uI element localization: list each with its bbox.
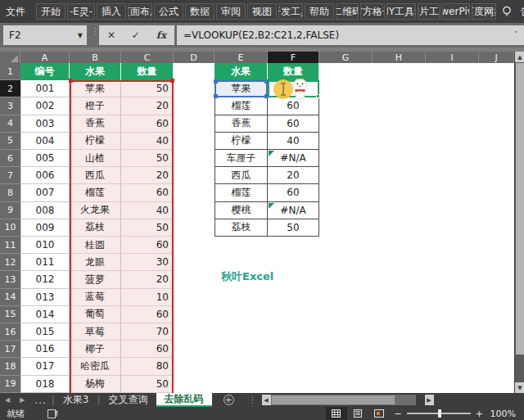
- column-header-F[interactable]: F: [268, 52, 319, 63]
- vertical-scrollbar-thumb[interactable]: [516, 63, 524, 355]
- ribbon-tab-6[interactable]: 公式: [154, 3, 183, 20]
- name-box-dropdown-icon[interactable]: ▼: [78, 32, 87, 39]
- cell-C15[interactable]: 60: [121, 306, 174, 323]
- cell-B19[interactable]: 杨梅: [70, 376, 121, 393]
- ribbon-tab-16[interactable]: PowerPivot: [442, 3, 470, 20]
- ribbon-tab-13[interactable]: 方方格子: [360, 3, 385, 20]
- cell-C12[interactable]: 30: [121, 254, 174, 271]
- cell-A18[interactable]: 017: [20, 358, 70, 375]
- row-header-10[interactable]: 10: [0, 219, 20, 237]
- vertical-scrollbar[interactable]: ▲ ▼: [514, 52, 524, 393]
- row-header-11[interactable]: 11: [0, 237, 20, 254]
- row-header-18[interactable]: 18: [0, 358, 20, 375]
- cell-C8[interactable]: 60: [121, 184, 174, 201]
- cell-C17[interactable]: 60: [121, 341, 174, 358]
- row-header-6[interactable]: 6: [0, 150, 20, 167]
- cell-C10[interactable]: 50: [121, 219, 174, 237]
- cell-B14[interactable]: 蓝莓: [70, 289, 121, 306]
- row-header-9[interactable]: 9: [0, 202, 20, 219]
- spreadsheet-grid[interactable]: ABCDEFGHIJ12345678910111213141516171819编…: [0, 52, 514, 393]
- row-header-15[interactable]: 15: [0, 306, 20, 323]
- cell-A12[interactable]: 011: [20, 254, 70, 271]
- column-header-C[interactable]: C: [121, 52, 174, 63]
- row-header-12[interactable]: 12: [0, 254, 20, 271]
- row-header-7[interactable]: 7: [0, 167, 20, 184]
- cell-B10[interactable]: 荔枝: [70, 219, 121, 237]
- ribbon-tab-12[interactable]: 二维码: [336, 3, 359, 20]
- horizontal-scrollbar-thumb[interactable]: [272, 395, 395, 404]
- cell-C19[interactable]: 50: [121, 376, 174, 393]
- cell-E9[interactable]: 樱桃: [215, 202, 268, 219]
- ribbon-tab-15[interactable]: 图片工具: [418, 3, 440, 20]
- header-cell-F1[interactable]: 数量: [268, 63, 319, 80]
- sheet-tab-3[interactable]: 去除乱码: [156, 393, 212, 407]
- row-header-16[interactable]: 16: [0, 323, 20, 341]
- row-header-4[interactable]: 4: [0, 115, 20, 133]
- column-header-E[interactable]: E: [215, 52, 268, 63]
- column-header-B[interactable]: B: [70, 52, 121, 63]
- ribbon-tab-17[interactable]: 百度网盘: [472, 3, 496, 20]
- column-header-J[interactable]: J: [479, 52, 514, 63]
- accessibility-checker-icon[interactable]: [47, 409, 58, 418]
- header-cell-C1[interactable]: 数量: [121, 63, 174, 80]
- cell-E7[interactable]: 西瓜: [215, 167, 268, 184]
- cell-B9[interactable]: 火龙果: [70, 202, 121, 219]
- formula-bar-expand-icon[interactable]: ˅: [514, 31, 517, 38]
- cell-E6[interactable]: 车厘子: [215, 150, 268, 167]
- sheet-more-button[interactable]: ...: [29, 395, 51, 406]
- cell-A9[interactable]: 008: [20, 202, 70, 219]
- cell-A6[interactable]: 005: [20, 150, 70, 167]
- name-box[interactable]: F2 ▼: [3, 25, 87, 45]
- cell-E8[interactable]: 榴莲: [215, 184, 268, 201]
- sheet-tab-1[interactable]: 水果3: [55, 393, 97, 407]
- cell-A2[interactable]: 001: [20, 80, 70, 97]
- cell-C13[interactable]: 20: [121, 271, 174, 288]
- cell-C18[interactable]: 80: [121, 358, 174, 375]
- cell-A10[interactable]: 009: [20, 219, 70, 237]
- lightbulb-icon[interactable]: [500, 5, 513, 18]
- cell-B12[interactable]: 龙眼: [70, 254, 121, 271]
- row-header-3[interactable]: 3: [0, 97, 20, 115]
- column-header-H[interactable]: H: [373, 52, 426, 63]
- formula-input[interactable]: =VLOOKUP(E2,B2:C21,2,FALSE): [177, 25, 524, 45]
- cell-A7[interactable]: 006: [20, 167, 70, 184]
- cell-B16[interactable]: 草莓: [70, 323, 121, 341]
- ribbon-tab-18[interactable]: 告诉我: [517, 3, 524, 20]
- cell-F4[interactable]: 60: [268, 115, 319, 133]
- cell-B5[interactable]: 柠檬: [70, 133, 121, 150]
- cell-F8[interactable]: 60: [268, 184, 319, 201]
- header-cell-E1[interactable]: 水果: [215, 63, 268, 80]
- cell-A16[interactable]: 015: [20, 323, 70, 341]
- cell-B13[interactable]: 菠萝: [70, 271, 121, 288]
- zoom-out-button[interactable]: −: [390, 409, 407, 419]
- horizontal-scrollbar[interactable]: ◀ ▶: [262, 395, 416, 405]
- cell-A13[interactable]: 012: [20, 271, 70, 288]
- enter-icon[interactable]: ✓: [132, 29, 140, 41]
- ribbon-tab-1[interactable]: 文件: [1, 3, 30, 20]
- cell-A8[interactable]: 007: [20, 184, 70, 201]
- cell-E10[interactable]: 荔枝: [215, 219, 268, 237]
- cell-A4[interactable]: 003: [20, 115, 70, 133]
- cell-F5[interactable]: 40: [268, 133, 319, 150]
- row-header-17[interactable]: 17: [0, 341, 20, 358]
- row-header-19[interactable]: 19: [0, 376, 20, 393]
- cell-A11[interactable]: 010: [20, 237, 70, 254]
- cell-B7[interactable]: 西瓜: [70, 167, 121, 184]
- cell-C16[interactable]: 70: [121, 323, 174, 341]
- ribbon-tab-9[interactable]: 视图: [247, 3, 277, 20]
- cell-A17[interactable]: 016: [20, 341, 70, 358]
- sheet-nav-right-icon[interactable]: ▶: [15, 396, 29, 404]
- scroll-up-icon[interactable]: ▲: [515, 52, 524, 62]
- cell-B8[interactable]: 榴莲: [70, 184, 121, 201]
- scroll-left-icon[interactable]: ◀: [262, 395, 271, 405]
- column-header-I[interactable]: I: [426, 52, 479, 63]
- cell-B15[interactable]: 葡萄: [70, 306, 121, 323]
- insert-function-icon[interactable]: fx: [156, 29, 166, 41]
- column-header-D[interactable]: D: [174, 52, 215, 63]
- add-sheet-button[interactable]: +: [224, 395, 234, 405]
- ribbon-tab-8[interactable]: 审阅: [216, 3, 246, 20]
- cell-E4[interactable]: 香蕉: [215, 115, 268, 133]
- sheet-tab-2[interactable]: 交叉查询: [101, 393, 156, 407]
- cell-E3[interactable]: 榴莲: [215, 97, 268, 115]
- header-cell-A1[interactable]: 编号: [20, 63, 70, 80]
